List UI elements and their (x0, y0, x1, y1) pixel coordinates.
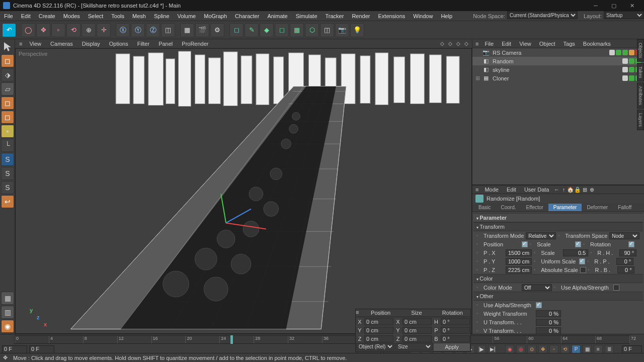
coord-apply-button[interactable]: Apply (433, 343, 470, 351)
attr-tab-effector[interactable]: Effector (521, 204, 548, 211)
enable-dot[interactable] (629, 75, 634, 81)
menu-spline[interactable]: Spline (150, 11, 174, 21)
coord-size-mode[interactable]: Size (395, 343, 433, 350)
camera-tag[interactable] (629, 50, 634, 55)
size-field[interactable]: 0 cm (403, 335, 432, 342)
menu-mesh[interactable]: Mesh (128, 11, 150, 21)
menu-tools[interactable]: Tools (107, 11, 128, 21)
light-add[interactable]: 💡 (350, 23, 364, 37)
rh-field[interactable]: 90 ° (619, 249, 636, 256)
edge-mode[interactable]: └ (1, 139, 14, 152)
tab-takes[interactable]: Takes (637, 63, 644, 82)
playhead[interactable] (230, 335, 233, 344)
obj-menu-object[interactable]: Object (535, 41, 559, 47)
generator-array[interactable]: ▦ (290, 23, 304, 37)
use-alpha-checkbox[interactable] (613, 285, 619, 291)
pos-field[interactable]: 0 cm (364, 335, 393, 342)
scale-checkbox[interactable] (575, 241, 581, 247)
node-space-select[interactable]: Current (Standard/Physical) (507, 11, 578, 19)
attr-nav-icon-4[interactable]: ⊞ (581, 186, 588, 193)
move-tool[interactable]: ✥ (36, 23, 50, 37)
object-row-cloner[interactable]: ⊞▦Cloner (472, 74, 644, 82)
obj-menu-tags[interactable]: Tags (559, 41, 579, 47)
attr-nav-icon-1[interactable]: ↑ (560, 186, 567, 193)
axis-tool[interactable]: ✛ (97, 23, 111, 37)
layout-select[interactable]: Startup (604, 11, 644, 19)
menu-animate[interactable]: Animate (263, 11, 291, 21)
enable-dot[interactable] (629, 58, 634, 64)
uniform-scale-checkbox[interactable] (579, 258, 585, 264)
render-settings[interactable]: ⚙ (210, 23, 224, 37)
close-button[interactable]: ✕ (623, 0, 641, 11)
obj-menu-file[interactable]: File (480, 41, 498, 47)
nav-zoom-icon[interactable]: ◇ (447, 40, 454, 47)
py-field[interactable]: 1000 cm (506, 258, 532, 265)
rotate-tool[interactable]: ⟲ (66, 23, 80, 37)
attr-nav-icon-2[interactable]: 🏠 (567, 186, 574, 193)
axis-mode[interactable]: ◻ (1, 111, 14, 124)
menu-edit[interactable]: Edit (17, 11, 35, 21)
menu-mograph[interactable]: MoGraph (200, 11, 231, 21)
render-picture[interactable]: 🎬 (195, 23, 209, 37)
size-field[interactable]: 0 cm (403, 327, 432, 334)
section-parameter[interactable]: Parameter (473, 213, 643, 222)
object-row-skyline[interactable]: ◧skyline (472, 65, 644, 74)
point-mode[interactable]: ▪ (1, 125, 14, 138)
layer-dot[interactable] (622, 75, 628, 81)
spline-pen[interactable]: ✎ (245, 23, 259, 37)
menu-file[interactable]: File (0, 11, 17, 21)
workplane-mode[interactable]: ▱ (1, 82, 14, 96)
nav-move-icon[interactable]: ◇ (439, 40, 446, 47)
size-field[interactable]: 0 cm (403, 318, 432, 325)
section-other[interactable]: Other (473, 292, 643, 301)
vtrans-field[interactable]: 0 % (536, 327, 561, 334)
nav-rotate-icon[interactable]: ◇ (455, 40, 462, 47)
coord-object-mode[interactable]: Object (Rel) (356, 343, 394, 350)
rb-field[interactable]: 0 ° (617, 266, 634, 274)
viewport-menu-view[interactable]: View (25, 41, 45, 47)
attr-tab-basic[interactable]: Basic (473, 204, 496, 211)
attr-tab-coord[interactable]: Coord. (496, 204, 521, 211)
render-dot[interactable] (622, 50, 628, 55)
menu-modes[interactable]: Modes (59, 11, 84, 21)
snap-toggle[interactable]: ▦ (1, 292, 14, 305)
attr-nav-icon-0[interactable]: ← (553, 186, 560, 193)
scale-tool[interactable]: ▫ (51, 23, 65, 37)
sx-field[interactable]: 0.5 (563, 249, 588, 256)
cursor-icon[interactable] (1, 40, 14, 53)
coord-system[interactable]: ◫ (161, 23, 175, 37)
snap-settings[interactable]: ◉ (1, 320, 14, 333)
generator-extrude[interactable]: ◻ (275, 23, 289, 37)
utrans-field[interactable]: 0 % (536, 319, 561, 326)
obj-menu-view[interactable]: View (515, 41, 535, 47)
object-row-random[interactable]: ◧Random (472, 57, 644, 65)
menu-help[interactable]: Help (437, 11, 456, 21)
attr-tab-deformer[interactable]: Deformer (582, 204, 613, 211)
layer-dot[interactable] (609, 50, 615, 55)
section-color[interactable]: Color (473, 274, 643, 283)
camera-add[interactable]: 📷 (335, 23, 349, 37)
generator-subdiv[interactable]: ◆ (260, 23, 274, 37)
menu-extensions[interactable]: Extensions (374, 11, 409, 21)
range-start[interactable]: 0 F (2, 345, 27, 353)
color-mode-select[interactable]: Off (522, 284, 552, 291)
transform-space-select[interactable]: Node (609, 232, 639, 239)
recent-tool[interactable]: ⊕ (82, 23, 96, 37)
obj-menu-bookmarks[interactable]: Bookmarks (579, 41, 615, 47)
viewport-menu-display[interactable]: Display (78, 41, 104, 47)
menu-volume[interactable]: Volume (174, 11, 200, 21)
model-mode[interactable]: ◻ (1, 54, 14, 67)
minimize-button[interactable]: ─ (587, 0, 605, 11)
pos-field[interactable]: 0 cm (364, 327, 393, 334)
attr-menu-edit[interactable]: Edit (503, 187, 520, 193)
uv-point-mode[interactable]: S (1, 167, 14, 180)
absolute-scale-checkbox[interactable] (580, 267, 586, 273)
uv-poly-mode[interactable]: S (1, 181, 14, 194)
position-checkbox[interactable] (522, 241, 528, 247)
attr-tab-parameter[interactable]: Parameter (548, 204, 582, 211)
rotation-checkbox[interactable] (628, 241, 634, 247)
y-axis-lock[interactable]: Ⓨ (131, 23, 145, 37)
menu-render[interactable]: Render (348, 11, 374, 21)
obj-menu-edit[interactable]: Edit (498, 41, 515, 47)
object-tree[interactable]: 📷RS Camera◧Random◧skyline⊞▦Cloner (472, 48, 644, 185)
